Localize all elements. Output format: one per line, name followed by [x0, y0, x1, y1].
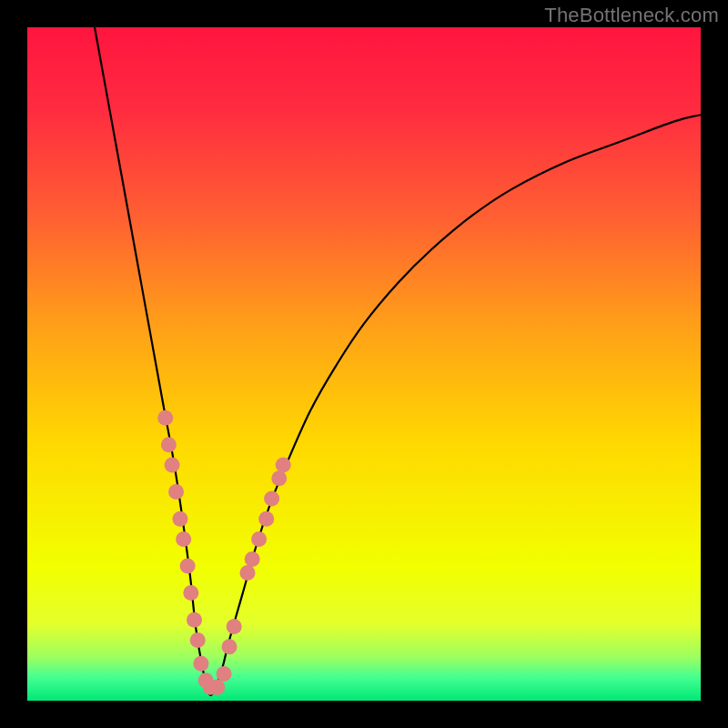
- watermark-text: TheBottleneck.com: [544, 4, 719, 27]
- datapoint-marker: [217, 666, 232, 682]
- datapoint-marker: [168, 484, 184, 500]
- datapoint-marker: [251, 531, 267, 547]
- datapoint-marker: [161, 437, 177, 452]
- datapoint-marker: [245, 551, 260, 567]
- datapoint-markers: [27, 27, 701, 701]
- datapoint-marker: [183, 585, 198, 601]
- datapoint-marker: [264, 491, 279, 507]
- datapoint-marker: [227, 619, 242, 634]
- datapoint-marker: [271, 470, 287, 486]
- datapoint-marker: [190, 632, 206, 648]
- datapoint-marker: [276, 458, 291, 473]
- datapoint-marker: [222, 639, 238, 654]
- datapoint-marker: [239, 565, 255, 581]
- datapoint-marker: [258, 511, 274, 527]
- datapoint-marker: [187, 612, 202, 628]
- chart-stage: TheBottleneck.com: [0, 0, 728, 728]
- datapoint-marker: [193, 656, 208, 672]
- datapoint-marker: [180, 559, 196, 574]
- datapoint-marker: [176, 531, 191, 547]
- datapoint-marker: [157, 410, 173, 426]
- datapoint-marker: [172, 511, 187, 527]
- plot-area: [27, 27, 701, 701]
- datapoint-marker: [209, 680, 225, 695]
- datapoint-marker: [165, 458, 180, 473]
